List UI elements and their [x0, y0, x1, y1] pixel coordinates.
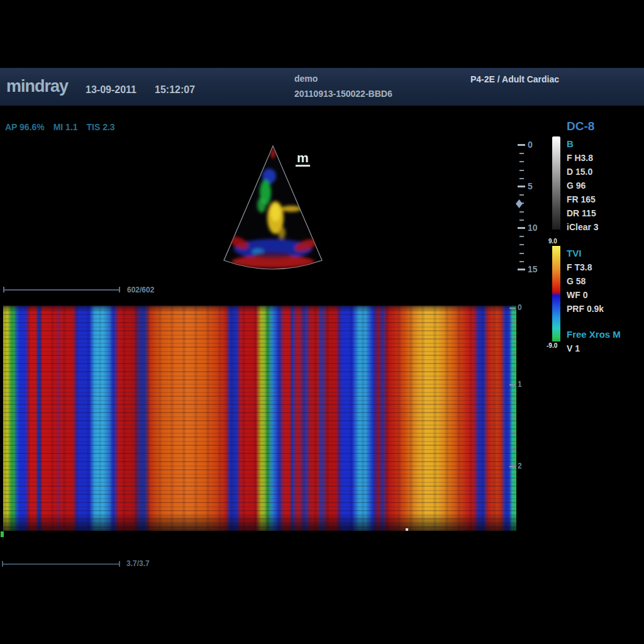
- sweep-start-tick: [2, 561, 3, 567]
- b-mode-sector-image: [220, 143, 326, 273]
- xros-mode-label: Free Xros M: [567, 328, 621, 341]
- depth-ruler-ticks: [519, 145, 524, 272]
- tvi-mode-label: TVI: [567, 247, 604, 260]
- mmode-major-tick: [509, 308, 515, 309]
- brand-logo: mindray: [6, 77, 68, 96]
- b-param-gain: G 96: [567, 179, 599, 192]
- cine-progress-bar[interactable]: [3, 289, 120, 291]
- cine-end-tick: [119, 287, 120, 292]
- b-param-iclear: iClear 3: [567, 220, 599, 234]
- sweep-time-ruler: [2, 564, 120, 565]
- tvi-param-prf: PRF 0.9k: [567, 302, 604, 316]
- exam-time: 15:12:07: [155, 84, 195, 96]
- cine-frame-counter: 602/602: [127, 286, 154, 294]
- b-param-depth: D 15.0: [567, 165, 599, 179]
- mmode-left-marker: [1, 531, 4, 537]
- b-param-frequency: F H3.8: [567, 151, 599, 165]
- patient-name: demo: [294, 74, 318, 84]
- ultrasound-screen: mindray 13-09-2011 15:12:07 demo 2011091…: [0, 0, 644, 644]
- mmode-strip-image: [3, 306, 516, 531]
- ap-value: AP 96.6%: [5, 122, 45, 132]
- depth-label-5: 5: [528, 181, 533, 191]
- tis-value: TIS 2.3: [86, 122, 114, 132]
- tvi-param-wallfilter: WF 0: [567, 288, 604, 302]
- tvi-mode-params: TVI F T3.8 G 58 WF 0 PRF 0.9k: [567, 247, 604, 316]
- mmode-label-0: 0: [518, 303, 522, 312]
- tvi-param-gain: G 58: [567, 274, 604, 288]
- depth-major-tick: [518, 227, 525, 229]
- depth-major-tick: [518, 269, 525, 270]
- top-bar: mindray 13-09-2011 15:12:07 demo 2011091…: [0, 68, 644, 106]
- mi-value: MI 1.1: [53, 122, 78, 132]
- probe-orientation-marker: m: [296, 151, 310, 167]
- exam-date: 13-09-2011: [86, 84, 136, 96]
- sweep-time-value: 3.7/3.7: [126, 559, 150, 568]
- depth-label-15: 15: [528, 264, 538, 274]
- acoustic-status-line: AP 96.6% MI 1.1 TIS 2.3: [5, 122, 121, 132]
- depth-label-0: 0: [528, 140, 533, 150]
- depth-major-tick: [518, 144, 525, 146]
- cine-start-tick: [3, 287, 4, 292]
- depth-major-tick: [518, 186, 525, 187]
- mmode-major-tick: [509, 384, 515, 386]
- mmode-label-2: 2: [518, 462, 522, 470]
- depth-label-10: 10: [528, 223, 538, 233]
- tvi-color-bar: [552, 246, 560, 341]
- system-model-label: DC-8: [567, 119, 594, 133]
- xros-mode-params: Free Xros M V 1: [567, 328, 621, 355]
- b-mode-params: B F H3.8 D 15.0 G 96 FR 165 DR 115 iClea…: [567, 137, 599, 234]
- exam-id: 20110913-150022-BBD6: [294, 89, 392, 99]
- tvi-scale-min: -9.0: [547, 342, 557, 349]
- b-mode-label: B: [567, 137, 599, 151]
- mmode-label-1: 1: [518, 380, 522, 389]
- b-param-framerate: FR 165: [567, 192, 599, 206]
- tvi-scale-max: 9.0: [548, 238, 557, 245]
- mmode-ruler-ticks: [513, 308, 516, 471]
- grayscale-bar: [552, 136, 560, 230]
- xros-param-speed: V 1: [567, 341, 621, 355]
- tvi-param-frequency: F T3.8: [567, 260, 604, 274]
- mmode-time-cursor: [406, 528, 408, 531]
- probe-preset: P4-2E / Adult Cardiac: [470, 74, 559, 84]
- sweep-end-tick: [119, 561, 120, 567]
- b-param-dynamicrange: DR 115: [567, 206, 599, 220]
- mmode-major-tick: [509, 466, 515, 467]
